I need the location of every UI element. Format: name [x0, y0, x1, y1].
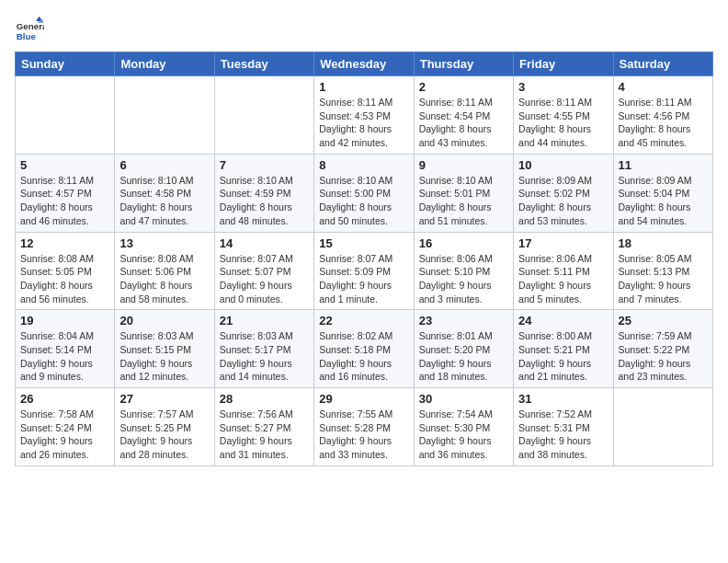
day-info: Sunrise: 8:05 AM Sunset: 5:13 PM Dayligh… [619, 252, 708, 306]
logo: General Blue [15, 15, 48, 44]
day-number: 1 [319, 80, 408, 94]
day-info: Sunrise: 8:10 AM Sunset: 5:01 PM Dayligh… [419, 174, 508, 228]
day-number: 2 [419, 80, 508, 94]
day-info: Sunrise: 8:11 AM Sunset: 4:56 PM Dayligh… [619, 96, 708, 150]
day-number: 15 [319, 236, 408, 250]
day-number: 31 [518, 392, 608, 406]
day-info: Sunrise: 8:09 AM Sunset: 5:04 PM Dayligh… [619, 174, 708, 228]
calendar-cell: 20Sunrise: 8:03 AM Sunset: 5:15 PM Dayli… [115, 310, 214, 388]
day-info: Sunrise: 8:11 AM Sunset: 4:57 PM Dayligh… [20, 174, 109, 228]
day-info: Sunrise: 7:56 AM Sunset: 5:27 PM Dayligh… [220, 408, 309, 462]
day-info: Sunrise: 8:07 AM Sunset: 5:09 PM Dayligh… [319, 252, 408, 306]
calendar-cell [16, 76, 115, 155]
calendar-cell: 14Sunrise: 8:07 AM Sunset: 5:07 PM Dayli… [214, 232, 313, 310]
day-info: Sunrise: 7:54 AM Sunset: 5:30 PM Dayligh… [419, 408, 508, 462]
day-number: 16 [419, 236, 508, 250]
weekday-header: Friday [514, 52, 613, 76]
day-number: 30 [419, 392, 508, 406]
day-number: 8 [319, 158, 408, 172]
day-info: Sunrise: 8:08 AM Sunset: 5:06 PM Dayligh… [119, 252, 209, 306]
calendar-week-row: 1Sunrise: 8:11 AM Sunset: 4:53 PM Daylig… [16, 76, 713, 155]
calendar-cell: 16Sunrise: 8:06 AM Sunset: 5:10 PM Dayli… [414, 232, 513, 310]
day-info: Sunrise: 8:04 AM Sunset: 5:14 PM Dayligh… [20, 329, 109, 384]
day-number: 10 [518, 158, 608, 172]
calendar-cell: 8Sunrise: 8:10 AM Sunset: 5:00 PM Daylig… [314, 154, 414, 232]
day-info: Sunrise: 8:10 AM Sunset: 4:59 PM Dayligh… [220, 174, 309, 228]
calendar-cell: 3Sunrise: 8:11 AM Sunset: 4:55 PM Daylig… [514, 76, 613, 155]
day-info: Sunrise: 8:10 AM Sunset: 5:00 PM Dayligh… [319, 174, 408, 228]
weekday-header: Saturday [613, 52, 712, 76]
day-number: 21 [220, 314, 309, 327]
calendar-cell: 25Sunrise: 7:59 AM Sunset: 5:22 PM Dayli… [613, 310, 712, 388]
calendar-cell: 21Sunrise: 8:03 AM Sunset: 5:17 PM Dayli… [214, 310, 313, 388]
calendar-week-row: 12Sunrise: 8:08 AM Sunset: 5:05 PM Dayli… [16, 232, 713, 310]
day-info: Sunrise: 7:55 AM Sunset: 5:28 PM Dayligh… [319, 408, 408, 462]
day-number: 5 [20, 158, 109, 172]
calendar-cell: 29Sunrise: 7:55 AM Sunset: 5:28 PM Dayli… [314, 388, 414, 466]
day-info: Sunrise: 8:03 AM Sunset: 5:17 PM Dayligh… [220, 329, 309, 384]
calendar-week-row: 26Sunrise: 7:58 AM Sunset: 5:24 PM Dayli… [16, 388, 713, 466]
calendar-cell: 30Sunrise: 7:54 AM Sunset: 5:30 PM Dayli… [414, 388, 513, 466]
page-header: General Blue [15, 15, 713, 44]
calendar-cell: 31Sunrise: 7:52 AM Sunset: 5:31 PM Dayli… [514, 388, 613, 466]
calendar-cell: 28Sunrise: 7:56 AM Sunset: 5:27 PM Dayli… [214, 388, 313, 466]
calendar-cell: 4Sunrise: 8:11 AM Sunset: 4:56 PM Daylig… [613, 76, 712, 155]
weekday-header: Monday [115, 52, 214, 76]
weekday-header: Wednesday [314, 52, 414, 76]
weekday-header: Tuesday [214, 52, 313, 76]
calendar-cell: 9Sunrise: 8:10 AM Sunset: 5:01 PM Daylig… [414, 154, 513, 232]
day-number: 26 [20, 392, 109, 406]
logo-icon: General Blue [15, 15, 44, 44]
calendar-cell: 13Sunrise: 8:08 AM Sunset: 5:06 PM Dayli… [115, 232, 214, 310]
calendar-cell: 12Sunrise: 8:08 AM Sunset: 5:05 PM Dayli… [16, 232, 115, 310]
day-number: 20 [119, 314, 209, 327]
day-info: Sunrise: 7:57 AM Sunset: 5:25 PM Dayligh… [119, 408, 209, 462]
weekday-header: Thursday [414, 52, 513, 76]
calendar-cell: 15Sunrise: 8:07 AM Sunset: 5:09 PM Dayli… [314, 232, 414, 310]
day-info: Sunrise: 8:09 AM Sunset: 5:02 PM Dayligh… [518, 174, 608, 228]
calendar-cell: 7Sunrise: 8:10 AM Sunset: 4:59 PM Daylig… [214, 154, 313, 232]
day-number: 14 [220, 236, 309, 250]
day-info: Sunrise: 8:07 AM Sunset: 5:07 PM Dayligh… [220, 252, 309, 306]
calendar-table: SundayMondayTuesdayWednesdayThursdayFrid… [15, 52, 713, 466]
calendar-cell [613, 388, 712, 466]
day-info: Sunrise: 8:11 AM Sunset: 4:54 PM Dayligh… [419, 96, 508, 150]
day-number: 4 [619, 80, 708, 94]
day-number: 29 [319, 392, 408, 406]
calendar-cell: 23Sunrise: 8:01 AM Sunset: 5:20 PM Dayli… [414, 310, 513, 388]
day-info: Sunrise: 8:11 AM Sunset: 4:55 PM Dayligh… [518, 96, 608, 150]
svg-text:Blue: Blue [17, 31, 37, 41]
day-info: Sunrise: 8:08 AM Sunset: 5:05 PM Dayligh… [20, 252, 109, 306]
day-info: Sunrise: 8:03 AM Sunset: 5:15 PM Dayligh… [119, 329, 209, 384]
day-info: Sunrise: 8:01 AM Sunset: 5:20 PM Dayligh… [419, 329, 508, 384]
day-number: 25 [619, 314, 708, 327]
day-number: 24 [518, 314, 608, 327]
day-number: 23 [419, 314, 508, 327]
day-number: 19 [20, 314, 109, 327]
weekday-header: Sunday [16, 52, 115, 76]
day-number: 18 [619, 236, 708, 250]
calendar-cell [214, 76, 313, 155]
calendar-cell: 1Sunrise: 8:11 AM Sunset: 4:53 PM Daylig… [314, 76, 414, 155]
day-info: Sunrise: 8:10 AM Sunset: 4:58 PM Dayligh… [119, 174, 209, 228]
calendar-cell: 19Sunrise: 8:04 AM Sunset: 5:14 PM Dayli… [16, 310, 115, 388]
calendar-week-row: 5Sunrise: 8:11 AM Sunset: 4:57 PM Daylig… [16, 154, 713, 232]
day-number: 3 [518, 80, 608, 94]
day-info: Sunrise: 7:59 AM Sunset: 5:22 PM Dayligh… [619, 329, 708, 384]
calendar-cell: 18Sunrise: 8:05 AM Sunset: 5:13 PM Dayli… [613, 232, 712, 310]
day-number: 17 [518, 236, 608, 250]
calendar-cell: 22Sunrise: 8:02 AM Sunset: 5:18 PM Dayli… [314, 310, 414, 388]
day-info: Sunrise: 8:00 AM Sunset: 5:21 PM Dayligh… [518, 329, 608, 384]
day-info: Sunrise: 7:52 AM Sunset: 5:31 PM Dayligh… [518, 408, 608, 462]
day-number: 28 [220, 392, 309, 406]
calendar-header-row: SundayMondayTuesdayWednesdayThursdayFrid… [16, 52, 713, 76]
day-info: Sunrise: 8:02 AM Sunset: 5:18 PM Dayligh… [319, 329, 408, 384]
calendar-cell: 26Sunrise: 7:58 AM Sunset: 5:24 PM Dayli… [16, 388, 115, 466]
calendar-cell: 17Sunrise: 8:06 AM Sunset: 5:11 PM Dayli… [514, 232, 613, 310]
calendar-cell: 5Sunrise: 8:11 AM Sunset: 4:57 PM Daylig… [16, 154, 115, 232]
day-number: 7 [220, 158, 309, 172]
day-info: Sunrise: 8:06 AM Sunset: 5:11 PM Dayligh… [518, 252, 608, 306]
day-number: 11 [619, 158, 708, 172]
day-number: 9 [419, 158, 508, 172]
day-number: 22 [319, 314, 408, 327]
